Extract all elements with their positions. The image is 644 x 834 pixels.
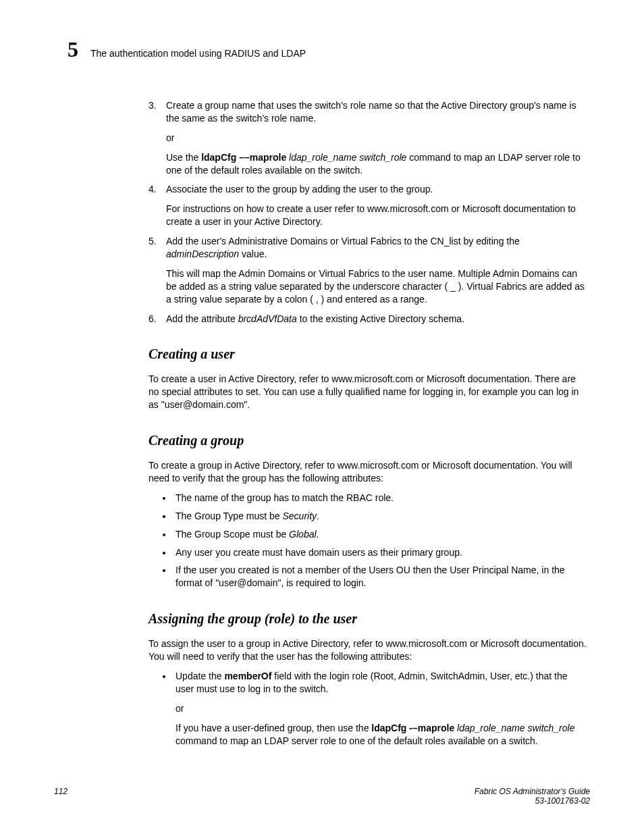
heading-creating-user: Creating a user xyxy=(149,345,587,363)
field-name: memberOf xyxy=(224,671,271,681)
step-text: Associate the user to the group by addin… xyxy=(166,183,433,196)
step-number: 5. xyxy=(149,235,161,261)
attribute-name: brcdAdVfData xyxy=(238,313,297,324)
step-5: 5. Add the user's Administrative Domains… xyxy=(149,235,587,261)
step-number: 4. xyxy=(149,183,161,196)
body-content: 3. Create a group name that uses the swi… xyxy=(149,99,587,748)
step-text: Add the attribute brcdAdVfData to the ex… xyxy=(166,313,464,325)
step-text: Create a group name that uses the switch… xyxy=(166,99,587,125)
creating-user-body: To create a user in Active Directory, re… xyxy=(149,373,587,411)
list-item: The name of the group has to match the R… xyxy=(173,492,587,504)
step-3: 3. Create a group name that uses the swi… xyxy=(149,99,587,125)
text: Update the xyxy=(176,671,224,681)
step-5-detail: This will map the Admin Domains or Virtu… xyxy=(166,267,587,306)
text: Add the attribute xyxy=(166,313,238,324)
step-4: 4. Associate the user to the group by ad… xyxy=(149,183,587,196)
command-name: ldapCfg ––maprole xyxy=(201,152,286,163)
doc-number: 53-1001763-02 xyxy=(535,796,590,806)
step-text: Add the user's Administrative Domains or… xyxy=(166,235,587,261)
header-title: The authentication model using RADIUS an… xyxy=(90,48,306,59)
command-args: ldap_role_name switch_role xyxy=(286,152,406,163)
alternative-text: If you have a user-defined group, then u… xyxy=(176,722,587,748)
value: Security xyxy=(283,511,317,521)
value: Global xyxy=(289,529,316,540)
list-item: Any user you create must have domain use… xyxy=(173,546,587,559)
text: The Group Type must be xyxy=(176,511,283,521)
running-header: 5 The authentication model using RADIUS … xyxy=(54,37,590,62)
chapter-number: 5 xyxy=(68,37,78,62)
or-separator: or xyxy=(176,702,587,715)
step-6: 6. Add the attribute brcdAdVfData to the… xyxy=(149,313,587,325)
command-args: ldap_role_name switch_role xyxy=(454,723,574,733)
text: . xyxy=(317,511,319,521)
doc-title: Fabric OS Administrator's Guide xyxy=(475,787,590,796)
footer-right: Fabric OS Administrator's Guide 53-10017… xyxy=(475,787,590,806)
text: Add the user's Administrative Domains or… xyxy=(166,236,520,246)
text: command to map an LDAP server role to on… xyxy=(176,735,538,746)
creating-group-body: To create a group in Active Directory, r… xyxy=(149,459,587,485)
list-item: Update the memberOf field with the login… xyxy=(173,670,587,747)
command-name: ldapCfg -–maprole xyxy=(371,723,454,733)
text: The Group Scope must be xyxy=(176,529,289,540)
list-item: If the user you created is not a member … xyxy=(173,564,587,590)
text: value. xyxy=(239,249,267,259)
page-number: 112 xyxy=(54,787,68,806)
step-number: 6. xyxy=(149,313,161,325)
text: Use the xyxy=(166,152,201,163)
attribute-name: adminDescription xyxy=(166,249,239,259)
step-4-detail: For instructions on how to create a user… xyxy=(166,203,587,228)
step-number: 3. xyxy=(149,99,161,125)
list-item: The Group Type must be Security. xyxy=(173,510,587,523)
step-3-cmd: Use the ldapCfg ––maprole ldap_role_name… xyxy=(166,151,587,177)
step-3-or: or xyxy=(166,132,587,145)
assigning-group-body: To assign the user to a group in Active … xyxy=(149,637,587,663)
heading-assigning-group: Assigning the group (role) to the user xyxy=(149,610,587,628)
assign-attributes-list: Update the memberOf field with the login… xyxy=(149,670,587,747)
page-footer: 112 Fabric OS Administrator's Guide 53-1… xyxy=(54,787,590,806)
text: to the existing Active Directory schema. xyxy=(297,313,464,324)
page-container: 5 The authentication model using RADIUS … xyxy=(0,0,644,834)
group-attributes-list: The name of the group has to match the R… xyxy=(149,492,587,590)
text: . xyxy=(317,529,319,540)
text: If you have a user-defined group, then u… xyxy=(176,723,371,733)
list-item: The Group Scope must be Global. xyxy=(173,528,587,541)
heading-creating-group: Creating a group xyxy=(149,432,587,450)
